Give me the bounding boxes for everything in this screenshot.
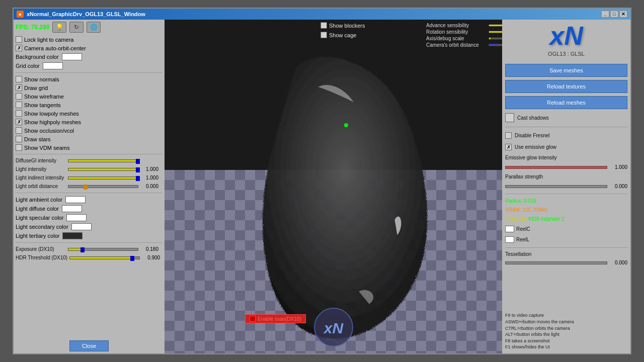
grid-color-label: Grid color xyxy=(16,63,40,69)
right-divider-3 xyxy=(505,247,627,248)
emissive-slider-track[interactable] xyxy=(505,166,607,169)
hdr-label: HDR Threshold (DX10) xyxy=(16,255,67,260)
rotation-sensibility-track[interactable] xyxy=(489,31,502,33)
orbit-distance-label: Camera's orbit distance xyxy=(426,42,487,48)
background-color-row: Background color xyxy=(16,53,163,60)
show-cage-row: Show cage xyxy=(320,32,365,38)
minimize-button[interactable]: _ xyxy=(601,11,609,18)
show-occlusion-row: Show occlusion/vcol xyxy=(16,127,163,134)
exposure-track[interactable] xyxy=(68,248,138,251)
show-lowpoly-row: Show lowpoly meshes xyxy=(16,110,163,117)
dx10-checkbox[interactable] xyxy=(250,316,256,322)
rotate-icon-button[interactable]: ↻ xyxy=(69,22,84,33)
camera-orbit-row: Camera auto-orbit-center xyxy=(16,45,163,51)
camera-orbit-checkbox[interactable] xyxy=(16,45,22,51)
light-orbit-label: Light orbit distance xyxy=(16,184,66,189)
light-ambient-swatch[interactable] xyxy=(65,196,86,203)
use-emissive-checkbox[interactable] xyxy=(505,144,512,150)
show-lowpoly-label: Show lowpoly meshes xyxy=(24,111,79,117)
hdr-track[interactable] xyxy=(69,256,140,259)
show-vdm-row: Show VDM seams xyxy=(16,144,163,151)
show-highpoly-checkbox[interactable] xyxy=(16,119,22,125)
cast-shadows-row: Cast shadows xyxy=(505,113,627,122)
svg-point-0 xyxy=(344,123,348,127)
parallax-slider-track[interactable] xyxy=(505,185,607,188)
maximize-button[interactable]: □ xyxy=(610,11,618,18)
show-normals-checkbox[interactable] xyxy=(16,76,22,82)
diffuse-gi-row: DiffuseGI intensity xyxy=(16,158,163,163)
viewport[interactable]: Show blockers Show cage Advance sensibil… xyxy=(165,20,502,353)
draw-stars-checkbox[interactable] xyxy=(16,136,22,142)
3d-mesh xyxy=(165,20,502,353)
light-specular-swatch[interactable] xyxy=(66,214,87,221)
show-wireframe-row: Show wireframe xyxy=(16,93,163,100)
light-secondary-row: Light secondary color xyxy=(16,223,163,230)
draw-stars-row: Draw stars xyxy=(16,136,163,142)
grid-color-swatch[interactable] xyxy=(43,62,63,69)
show-occlusion-checkbox[interactable] xyxy=(16,127,22,134)
main-window: ■ xNormal_GraphicDrv_OGL13_GLSL_Window _… xyxy=(13,8,631,354)
show-cage-checkbox[interactable] xyxy=(320,32,327,38)
advance-sensibility-track[interactable] xyxy=(489,24,502,27)
cast-shadows-checkbox[interactable] xyxy=(505,113,514,122)
rotation-sensibility-row: Rotation sensibility 1.000 xyxy=(426,29,502,35)
title-bar-left: ■ xNormal_GraphicDrv_OGL13_GLSL_Window xyxy=(17,11,145,18)
rotation-sensibility-label: Rotation sensibility xyxy=(426,29,487,35)
top-center-panel: Show blockers Show cage xyxy=(320,22,365,39)
show-tangents-checkbox[interactable] xyxy=(16,102,22,108)
reel-c-label: ReelC xyxy=(516,226,530,232)
light-indirect-track[interactable] xyxy=(68,176,138,179)
background-color-swatch[interactable] xyxy=(62,53,82,60)
light-tertiary-label: Light tertiary color xyxy=(16,233,59,239)
light-icon-button[interactable]: 💡 xyxy=(52,22,66,33)
save-meshes-button[interactable]: Save meshes xyxy=(505,64,627,77)
emissive-intensity-label: Emissive glow intensity xyxy=(505,155,627,160)
stats-vert: #Vert 110 4928 #alphatri 2 xyxy=(505,216,627,223)
right-panel: xN OGL13 : GLSL Save meshes Reload textu… xyxy=(502,20,630,353)
stats-vram-text: VRAM: 125.709Mb xyxy=(505,207,548,213)
globe-icon-button[interactable]: 🌐 xyxy=(87,22,101,33)
top-sliders-panel: Advance sensibility 1.984 Rotation sensi… xyxy=(426,22,502,49)
show-cage-label: Show cage xyxy=(329,32,356,38)
show-lowpoly-checkbox[interactable] xyxy=(16,110,22,117)
light-secondary-swatch[interactable] xyxy=(71,223,92,230)
xn-logo: xN xyxy=(505,23,627,49)
disable-fresnel-row: Disable Fresnel xyxy=(505,132,627,139)
lock-light-label: Lock light to camera xyxy=(24,37,73,43)
axis-debug-track[interactable] xyxy=(489,37,502,40)
close-window-button[interactable]: ✕ xyxy=(619,11,627,18)
light-diffuse-row: Light diffuse color xyxy=(16,205,163,212)
light-diffuse-label: Light diffuse color xyxy=(16,206,59,212)
show-occlusion-label: Show occlusion/vcol xyxy=(24,128,74,134)
light-orbit-track[interactable] xyxy=(68,185,138,188)
reel-c-swatch[interactable] xyxy=(505,226,514,232)
disable-fresnel-label: Disable Fresnel xyxy=(515,133,549,138)
light-diffuse-swatch[interactable] xyxy=(62,205,82,212)
light-intensity-label: Light intensity xyxy=(16,166,66,172)
tessellation-slider-track[interactable] xyxy=(505,261,607,264)
stats-radius: Radius: 0.016 xyxy=(505,198,627,205)
axis-debug-row: Axis/debug scale 0.040 xyxy=(426,36,502,41)
disable-fresnel-checkbox[interactable] xyxy=(505,132,512,139)
light-intensity-track[interactable] xyxy=(68,168,138,171)
lock-light-checkbox[interactable] xyxy=(16,36,22,43)
show-blockers-checkbox[interactable] xyxy=(320,22,327,29)
reel-l-swatch[interactable] xyxy=(505,236,514,243)
draw-grid-checkbox[interactable] xyxy=(16,84,22,91)
show-wireframe-checkbox[interactable] xyxy=(16,93,22,100)
light-tertiary-swatch[interactable] xyxy=(62,232,83,239)
show-tangents-label: Show tangents xyxy=(24,102,61,108)
orbit-distance-track[interactable] xyxy=(489,44,502,46)
divider-4 xyxy=(16,242,163,243)
right-divider-1 xyxy=(505,127,627,127)
dx10-button[interactable]: Enable ssao(DX10) xyxy=(245,314,306,323)
window-icon: ■ xyxy=(17,11,24,18)
diffuse-gi-track[interactable] xyxy=(68,159,138,162)
help-line-1: F9 to video capture xyxy=(505,312,627,319)
show-vdm-checkbox[interactable] xyxy=(16,144,22,151)
reload-meshes-button[interactable]: Reload meshes xyxy=(505,96,627,109)
grid-color-row: Grid color xyxy=(16,62,163,69)
close-button[interactable]: Close xyxy=(69,340,109,351)
reload-textures-button[interactable]: Reload textures xyxy=(505,80,627,93)
draw-stars-label: Draw stars xyxy=(24,136,51,142)
